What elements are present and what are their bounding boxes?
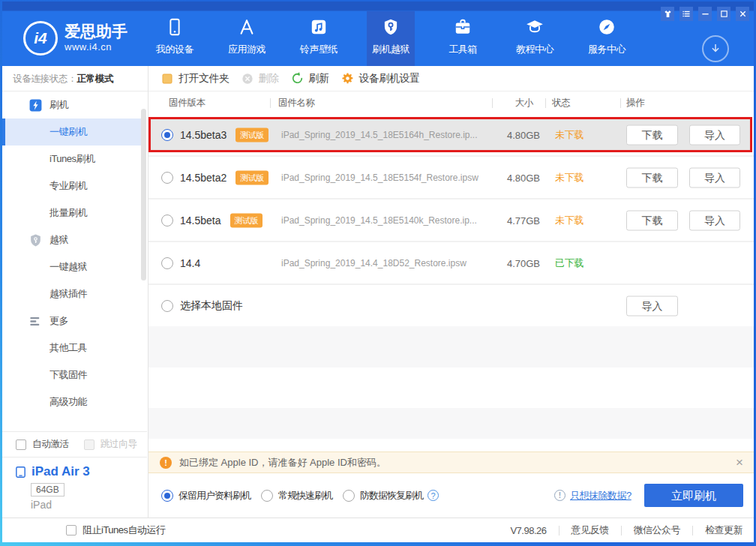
shield-key-icon	[380, 16, 401, 38]
download-button[interactable]: 下载	[626, 210, 678, 230]
download-manager-button[interactable]	[702, 35, 729, 62]
empty-stripe	[148, 408, 754, 439]
refresh-button[interactable]: 刷新	[291, 72, 329, 86]
empty-stripe	[148, 326, 754, 368]
nav-toolbox[interactable]: 工具箱	[439, 11, 487, 66]
col-action: 操作	[626, 97, 644, 110]
sidebar-group-flash: 刷机	[2, 92, 141, 118]
radio-local-firmware[interactable]	[161, 300, 173, 312]
import-button[interactable]: 导入	[689, 124, 740, 145]
sidebar-item-download-firmware[interactable]: 下载固件	[2, 362, 141, 388]
sidebar-item-jailbreak-plugins[interactable]: 越狱插件	[2, 280, 141, 308]
graduation-cap-icon	[524, 16, 545, 38]
flash-options: 保留用户资料刷机 常规快速刷机 防数据恢复刷机? !只想抹除数据? 立即刷机	[148, 473, 754, 518]
radio-14.5beta[interactable]	[161, 214, 173, 226]
music-note-icon	[308, 16, 329, 38]
app-window: i4 爱思助手 www.i4.cn 我的设备 应用游戏 铃声壁纸 刷机越狱	[0, 0, 756, 546]
folder-icon	[161, 73, 173, 85]
sidebar-group-more: 更多	[2, 308, 141, 334]
nav-my-devices[interactable]: 我的设备	[151, 11, 199, 66]
firmware-row-14.5beta3[interactable]: 14.5beta3测试版 iPad_Spring_2019_14.5_18E51…	[148, 114, 754, 155]
import-button[interactable]: 导入	[626, 296, 678, 316]
appstore-icon	[236, 16, 257, 38]
col-name: 固件名称	[278, 97, 315, 110]
header: i4 爱思助手 www.i4.cn 我的设备 应用游戏 铃声壁纸 刷机越狱	[2, 2, 754, 66]
logo-icon: i4	[23, 21, 58, 56]
nav-flash-jailbreak[interactable]: 刷机越狱	[367, 11, 415, 66]
radio-14.5beta3[interactable]	[161, 129, 173, 141]
option-anti-recovery[interactable]: 防数据恢复刷机?	[343, 489, 439, 502]
nav-ringtones-wallpapers[interactable]: 铃声壁纸	[295, 11, 343, 66]
device-capacity: 64GB	[31, 483, 64, 496]
col-version: 固件版本	[169, 97, 206, 110]
warning-icon: !	[160, 457, 172, 469]
nav-tutorials[interactable]: 教程中心	[511, 11, 559, 66]
check-update-link[interactable]: 检查更新	[705, 524, 742, 537]
import-button[interactable]: 导入	[689, 210, 740, 230]
sidebar-item-batch-flash[interactable]: 批量刷机	[2, 200, 141, 226]
help-icon[interactable]: ?	[428, 490, 439, 501]
window-controls	[661, 7, 749, 21]
main-content: 打开文件夹 删除 刷新 设备刷机设置 固件版本 固件名称 大小 状态 操作	[148, 66, 754, 518]
device-icon	[164, 16, 185, 38]
briefcase-icon	[452, 16, 473, 38]
toolbar: 打开文件夹 删除 刷新 设备刷机设置	[148, 66, 754, 92]
sidebar-item-other-tools[interactable]: 其他工具	[2, 334, 141, 362]
download-button[interactable]: 下载	[626, 167, 678, 188]
wechat-link[interactable]: 微信公众号	[634, 524, 681, 537]
local-firmware-row[interactable]: 选择本地固件 导入	[148, 284, 754, 326]
col-size: 大小	[472, 97, 533, 110]
import-button[interactable]: 导入	[689, 167, 740, 188]
table-header: 固件版本 固件名称 大小 状态 操作	[148, 92, 754, 114]
app-title: 爱思助手	[64, 22, 128, 41]
auto-activate-checkbox[interactable]	[16, 440, 26, 450]
col-status: 状态	[552, 97, 570, 110]
sidebar-item-advanced[interactable]: 高级功能	[2, 388, 141, 416]
minimize-button[interactable]	[698, 7, 712, 21]
firmware-row-14.4[interactable]: 14.4 iPad_Spring_2019_14.4_18D52_Restore…	[148, 241, 754, 284]
flash-settings-button[interactable]: 设备刷机设置	[341, 72, 420, 86]
status-bar: 阻止iTunes自动运行 V7.98.26 意见反馈 微信公众号 检查更新	[2, 518, 754, 542]
nav-apps-games[interactable]: 应用游戏	[223, 11, 271, 66]
close-button[interactable]	[736, 7, 749, 21]
notice-close-icon[interactable]: ×	[736, 455, 743, 470]
firmware-row-14.5beta2[interactable]: 14.5beta2测试版 iPad_Spring_2019_14.5_18E51…	[148, 155, 754, 198]
menu-button[interactable]	[680, 7, 693, 21]
sidebar-scrollbar[interactable]	[141, 109, 146, 280]
option-keep-user-data[interactable]: 保留用户资料刷机	[161, 489, 250, 502]
radio-14.4[interactable]	[161, 257, 173, 269]
option-normal-flash[interactable]: 常规快速刷机	[261, 489, 332, 502]
open-folder-button[interactable]: 打开文件夹	[161, 72, 230, 86]
tablet-icon	[14, 466, 27, 478]
refresh-icon	[291, 72, 304, 85]
firmware-row-14.5beta[interactable]: 14.5beta测试版 iPad_Spring_2019_14.5_18E514…	[148, 198, 754, 241]
sidebar-item-one-click-flash[interactable]: 一键刷机	[2, 118, 141, 146]
more-icon	[28, 314, 43, 328]
nav-service[interactable]: 服务中心	[583, 11, 631, 66]
block-itunes-checkbox[interactable]	[66, 525, 76, 536]
feedback-link[interactable]: 意见反馈	[572, 524, 609, 537]
sidebar-item-one-click-jailbreak[interactable]: 一键越狱	[2, 254, 141, 280]
sidebar-item-itunes-flash[interactable]: iTunes刷机	[2, 146, 141, 172]
compass-icon	[596, 16, 617, 38]
jailbreak-icon	[28, 233, 43, 248]
flash-icon	[28, 98, 43, 112]
beta-badge: 测试版	[230, 213, 263, 227]
theme-button[interactable]	[661, 7, 674, 21]
skip-wizard-checkbox[interactable]	[84, 440, 94, 450]
gear-icon	[341, 72, 354, 85]
connection-status: 设备连接状态：正常模式	[2, 66, 148, 92]
app-url: www.i4.cn	[64, 41, 128, 52]
beta-badge: 测试版	[236, 170, 268, 184]
app-logo: i4 爱思助手 www.i4.cn	[23, 21, 128, 56]
maximize-button[interactable]	[717, 7, 730, 21]
flash-now-button[interactable]: 立即刷机	[644, 484, 743, 507]
delete-button[interactable]: 删除	[242, 72, 279, 86]
sidebar-item-pro-flash[interactable]: 专业刷机	[2, 172, 141, 200]
sidebar-group-jailbreak: 越狱	[2, 226, 141, 254]
erase-data-link[interactable]: !只想抹除数据?	[554, 489, 632, 502]
radio-14.5beta2[interactable]	[161, 172, 173, 184]
download-button[interactable]: 下载	[626, 124, 678, 145]
info-icon: !	[554, 490, 566, 501]
delete-icon	[242, 73, 254, 85]
